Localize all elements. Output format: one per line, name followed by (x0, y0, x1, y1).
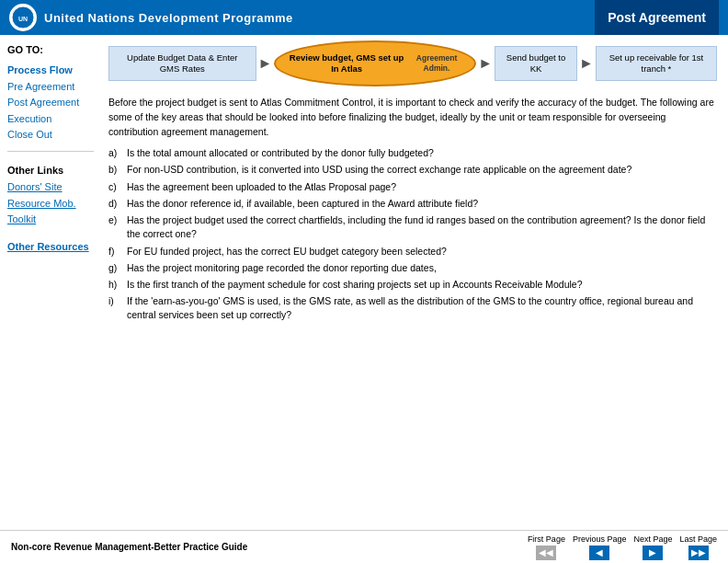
flow-step-2-highlighted: Review budget, GMS set up In Atlas Agree… (274, 40, 476, 86)
checklist-item-d: d) Has the donor reference id, if availa… (108, 197, 717, 211)
next-page-nav: Next Page ▶ (633, 534, 672, 560)
org-name: United Nations Development Programme (44, 11, 293, 25)
checklist-item-h: h) Is the first tranch of the payment sc… (108, 278, 717, 292)
resource-mob-link[interactable]: Resource Mob. Toolkit (7, 196, 94, 228)
process-flow: Update Budget Data & Enter GMS Rates ► R… (108, 40, 717, 86)
first-page-label: First Page (528, 534, 565, 544)
sidebar-links: Donors' Site Resource Mob. Toolkit (7, 179, 94, 228)
checklist: a) Is the total amount allocated or cont… (108, 146, 717, 322)
content-area: Update Budget Data & Enter GMS Rates ► R… (101, 35, 728, 530)
other-resources-link[interactable]: Other Resources (7, 241, 94, 252)
flow-arrow-1: ► (258, 55, 273, 72)
intro-text: Before the project budget is sent to Atl… (108, 96, 717, 139)
sidebar-item-close-out[interactable]: Close Out (7, 127, 94, 144)
svg-text:UN: UN (18, 16, 28, 22)
footer: Non-core Revenue Management-Better Pract… (0, 530, 728, 563)
last-page-nav: Last Page ▶▶ (679, 534, 717, 560)
header: UN United Nations Development Programme … (0, 0, 728, 35)
flow-arrow-3: ► (579, 55, 594, 72)
checklist-item-i: i) If the 'earn-as-you-go' GMS is used, … (108, 294, 717, 322)
checklist-item-f: f) For EU funded project, has the correc… (108, 245, 717, 259)
footer-navigation: First Page ◀◀ Previous Page ◀ Next Page … (528, 534, 717, 560)
checklist-item-c: c) Has the agreement been uploaded to th… (108, 180, 717, 194)
sidebar-item-process-flow[interactable]: Process Flow (7, 63, 94, 79)
un-logo-icon: UN (9, 4, 37, 31)
donors-site-link[interactable]: Donors' Site (7, 179, 94, 196)
main-container: GO TO: Process Flow Pre Agreement Post A… (0, 35, 728, 530)
last-page-button[interactable]: ▶▶ (688, 546, 709, 560)
flow-arrow-2: ► (478, 55, 493, 72)
checklist-item-g: g) Has the project monitoring page recor… (108, 261, 717, 275)
checklist-item-a: a) Is the total amount allocated or cont… (108, 146, 717, 160)
goto-label: GO TO: (7, 44, 94, 55)
guide-title: Non-core Revenue Management-Better Pract… (11, 542, 247, 552)
sidebar-item-execution[interactable]: Execution (7, 111, 94, 128)
first-page-nav: First Page ◀◀ (528, 534, 565, 560)
next-page-label: Next Page (633, 534, 672, 544)
previous-page-label: Previous Page (573, 534, 627, 544)
sidebar-item-post-agreement[interactable]: Post Agreement (7, 95, 94, 111)
first-page-button[interactable]: ◀◀ (536, 546, 556, 560)
last-page-label: Last Page (679, 534, 717, 544)
header-logo: UN United Nations Development Programme (9, 4, 293, 31)
flow-step-4: Set up receivable for 1st tranch * (596, 46, 717, 81)
previous-page-button[interactable]: ◀ (589, 546, 609, 560)
sidebar-item-pre-agreement[interactable]: Pre Agreement (7, 79, 94, 96)
checklist-item-b: b) For non-USD contribution, is it conve… (108, 163, 717, 177)
other-links-title: Other Links (7, 165, 94, 176)
sidebar: GO TO: Process Flow Pre Agreement Post A… (0, 35, 101, 530)
next-page-button[interactable]: ▶ (643, 546, 663, 560)
sidebar-nav: Process Flow Pre Agreement Post Agreemen… (7, 63, 94, 144)
checklist-item-e: e) Has the project budget used the corre… (108, 213, 717, 241)
page-title: Post Agreement (595, 0, 719, 35)
flow-step-1: Update Budget Data & Enter GMS Rates (108, 46, 256, 81)
previous-page-nav: Previous Page ◀ (573, 534, 627, 560)
flow-step-3: Send budget to KK (495, 46, 577, 81)
